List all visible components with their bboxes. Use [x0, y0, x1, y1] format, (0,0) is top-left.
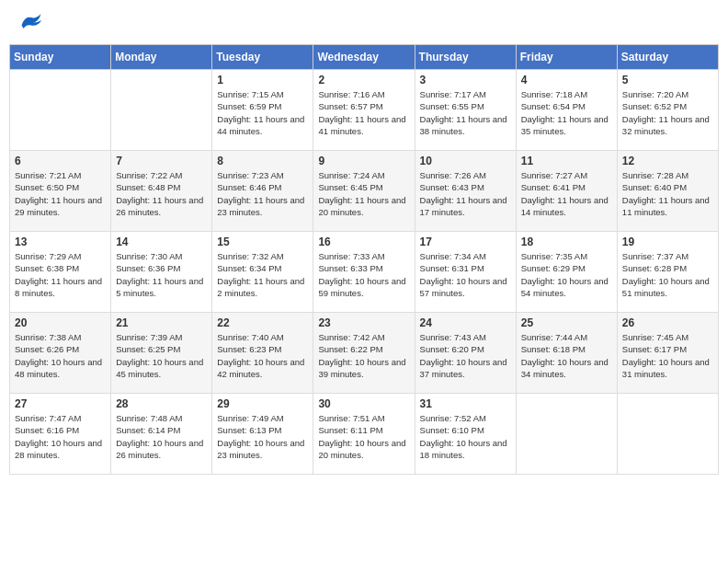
calendar-week-row: 13Sunrise: 7:29 AM Sunset: 6:38 PM Dayli…: [10, 232, 719, 313]
calendar-cell: 17Sunrise: 7:34 AM Sunset: 6:31 PM Dayli…: [415, 232, 516, 313]
calendar-week-row: 27Sunrise: 7:47 AM Sunset: 6:16 PM Dayli…: [10, 394, 719, 475]
day-number: 27: [15, 397, 106, 410]
day-number: 20: [15, 316, 106, 329]
day-number: 15: [217, 236, 308, 248]
day-info: Sunrise: 7:39 AM Sunset: 6:25 PM Dayligh…: [116, 331, 207, 380]
calendar-cell: [617, 394, 718, 475]
day-number: 4: [521, 74, 612, 86]
day-info: Sunrise: 7:32 AM Sunset: 6:34 PM Dayligh…: [217, 250, 308, 299]
calendar-cell: 16Sunrise: 7:33 AM Sunset: 6:33 PM Dayli…: [313, 232, 415, 313]
day-info: Sunrise: 7:24 AM Sunset: 6:45 PM Dayligh…: [318, 169, 409, 218]
calendar-cell: 22Sunrise: 7:40 AM Sunset: 6:23 PM Dayli…: [212, 313, 313, 394]
day-info: Sunrise: 7:26 AM Sunset: 6:43 PM Dayligh…: [420, 169, 511, 218]
day-info: Sunrise: 7:33 AM Sunset: 6:33 PM Dayligh…: [318, 250, 409, 299]
day-info: Sunrise: 7:35 AM Sunset: 6:29 PM Dayligh…: [521, 250, 612, 299]
day-header-monday: Monday: [111, 45, 212, 70]
calendar-header-row: SundayMondayTuesdayWednesdayThursdayFrid…: [10, 45, 719, 70]
calendar-cell: 11Sunrise: 7:27 AM Sunset: 6:41 PM Dayli…: [516, 151, 617, 232]
calendar-cell: 25Sunrise: 7:44 AM Sunset: 6:18 PM Dayli…: [516, 313, 617, 394]
calendar-cell: [10, 70, 111, 151]
day-info: Sunrise: 7:48 AM Sunset: 6:14 PM Dayligh…: [116, 412, 207, 461]
calendar-cell: 27Sunrise: 7:47 AM Sunset: 6:16 PM Dayli…: [10, 394, 111, 475]
day-header-wednesday: Wednesday: [313, 45, 415, 70]
day-info: Sunrise: 7:29 AM Sunset: 6:38 PM Dayligh…: [15, 250, 106, 299]
day-number: 7: [116, 155, 207, 167]
calendar-week-row: 1Sunrise: 7:15 AM Sunset: 6:59 PM Daylig…: [10, 70, 719, 151]
day-header-tuesday: Tuesday: [212, 45, 313, 70]
day-info: Sunrise: 7:16 AM Sunset: 6:57 PM Dayligh…: [318, 88, 409, 137]
day-number: 13: [15, 236, 106, 248]
day-number: 22: [217, 316, 308, 329]
day-info: Sunrise: 7:40 AM Sunset: 6:23 PM Dayligh…: [217, 331, 308, 380]
day-number: 10: [420, 155, 511, 167]
calendar-cell: 28Sunrise: 7:48 AM Sunset: 6:14 PM Dayli…: [111, 394, 212, 475]
day-info: Sunrise: 7:38 AM Sunset: 6:26 PM Dayligh…: [15, 331, 106, 380]
day-number: 29: [217, 397, 308, 410]
day-info: Sunrise: 7:47 AM Sunset: 6:16 PM Dayligh…: [15, 412, 106, 461]
day-info: Sunrise: 7:34 AM Sunset: 6:31 PM Dayligh…: [420, 250, 511, 299]
calendar-cell: [111, 70, 212, 151]
day-number: 18: [521, 236, 612, 248]
logo-bird-icon: [18, 9, 44, 39]
day-info: Sunrise: 7:15 AM Sunset: 6:59 PM Dayligh…: [217, 88, 308, 137]
calendar-cell: 9Sunrise: 7:24 AM Sunset: 6:45 PM Daylig…: [313, 151, 415, 232]
day-number: 11: [521, 155, 612, 167]
calendar-cell: 7Sunrise: 7:22 AM Sunset: 6:48 PM Daylig…: [111, 151, 212, 232]
day-number: 3: [420, 74, 511, 86]
day-number: 16: [318, 236, 409, 248]
day-info: Sunrise: 7:52 AM Sunset: 6:10 PM Dayligh…: [420, 412, 511, 461]
day-number: 14: [116, 236, 207, 248]
calendar-cell: 4Sunrise: 7:18 AM Sunset: 6:54 PM Daylig…: [516, 70, 617, 151]
day-info: Sunrise: 7:37 AM Sunset: 6:28 PM Dayligh…: [622, 250, 713, 299]
day-number: 30: [318, 397, 409, 410]
calendar-cell: 30Sunrise: 7:51 AM Sunset: 6:11 PM Dayli…: [313, 394, 415, 475]
day-number: 24: [420, 316, 511, 329]
calendar-cell: 29Sunrise: 7:49 AM Sunset: 6:13 PM Dayli…: [212, 394, 313, 475]
calendar-cell: 24Sunrise: 7:43 AM Sunset: 6:20 PM Dayli…: [415, 313, 516, 394]
day-number: 17: [420, 236, 511, 248]
day-info: Sunrise: 7:20 AM Sunset: 6:52 PM Dayligh…: [622, 88, 713, 137]
calendar-cell: 21Sunrise: 7:39 AM Sunset: 6:25 PM Dayli…: [111, 313, 212, 394]
calendar-cell: [516, 394, 617, 475]
day-number: 25: [521, 316, 612, 329]
calendar-cell: 14Sunrise: 7:30 AM Sunset: 6:36 PM Dayli…: [111, 232, 212, 313]
logo: [13, 9, 44, 39]
calendar-cell: 5Sunrise: 7:20 AM Sunset: 6:52 PM Daylig…: [617, 70, 718, 151]
day-number: 12: [622, 155, 713, 167]
day-header-thursday: Thursday: [415, 45, 516, 70]
calendar-cell: 20Sunrise: 7:38 AM Sunset: 6:26 PM Dayli…: [10, 313, 111, 394]
calendar-cell: 8Sunrise: 7:23 AM Sunset: 6:46 PM Daylig…: [212, 151, 313, 232]
calendar-cell: 26Sunrise: 7:45 AM Sunset: 6:17 PM Dayli…: [617, 313, 718, 394]
day-number: 31: [420, 397, 511, 410]
day-number: 28: [116, 397, 207, 410]
day-info: Sunrise: 7:49 AM Sunset: 6:13 PM Dayligh…: [217, 412, 308, 461]
calendar-cell: 10Sunrise: 7:26 AM Sunset: 6:43 PM Dayli…: [415, 151, 516, 232]
day-number: 26: [622, 316, 713, 329]
day-info: Sunrise: 7:44 AM Sunset: 6:18 PM Dayligh…: [521, 331, 612, 380]
calendar-cell: 3Sunrise: 7:17 AM Sunset: 6:55 PM Daylig…: [415, 70, 516, 151]
day-info: Sunrise: 7:17 AM Sunset: 6:55 PM Dayligh…: [420, 88, 511, 137]
calendar-cell: 13Sunrise: 7:29 AM Sunset: 6:38 PM Dayli…: [10, 232, 111, 313]
day-number: 19: [622, 236, 713, 248]
day-info: Sunrise: 7:42 AM Sunset: 6:22 PM Dayligh…: [318, 331, 409, 380]
page-header: [9, 9, 719, 39]
day-number: 1: [217, 74, 308, 86]
day-info: Sunrise: 7:22 AM Sunset: 6:48 PM Dayligh…: [116, 169, 207, 218]
day-number: 23: [318, 316, 409, 329]
calendar-cell: 6Sunrise: 7:21 AM Sunset: 6:50 PM Daylig…: [10, 151, 111, 232]
calendar-cell: 2Sunrise: 7:16 AM Sunset: 6:57 PM Daylig…: [313, 70, 415, 151]
calendar-cell: 15Sunrise: 7:32 AM Sunset: 6:34 PM Dayli…: [212, 232, 313, 313]
day-number: 8: [217, 155, 308, 167]
day-number: 21: [116, 316, 207, 329]
day-info: Sunrise: 7:27 AM Sunset: 6:41 PM Dayligh…: [521, 169, 612, 218]
day-header-saturday: Saturday: [617, 45, 718, 70]
day-info: Sunrise: 7:18 AM Sunset: 6:54 PM Dayligh…: [521, 88, 612, 137]
calendar-cell: 19Sunrise: 7:37 AM Sunset: 6:28 PM Dayli…: [617, 232, 718, 313]
day-number: 2: [318, 74, 409, 86]
calendar-table: SundayMondayTuesdayWednesdayThursdayFrid…: [9, 44, 719, 475]
calendar-cell: 12Sunrise: 7:28 AM Sunset: 6:40 PM Dayli…: [617, 151, 718, 232]
day-info: Sunrise: 7:23 AM Sunset: 6:46 PM Dayligh…: [217, 169, 308, 218]
day-number: 6: [15, 155, 106, 167]
day-info: Sunrise: 7:21 AM Sunset: 6:50 PM Dayligh…: [15, 169, 106, 218]
day-info: Sunrise: 7:45 AM Sunset: 6:17 PM Dayligh…: [622, 331, 713, 380]
